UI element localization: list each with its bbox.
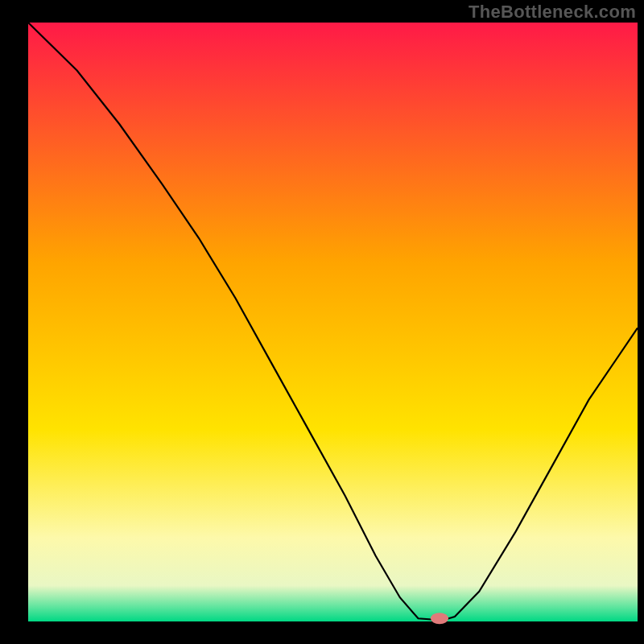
chart-frame: TheBottleneck.com	[0, 0, 644, 644]
optimal-marker	[431, 613, 448, 624]
watermark-text: TheBottleneck.com	[469, 2, 636, 23]
bottleneck-chart	[0, 0, 644, 644]
plot-background	[28, 23, 638, 621]
